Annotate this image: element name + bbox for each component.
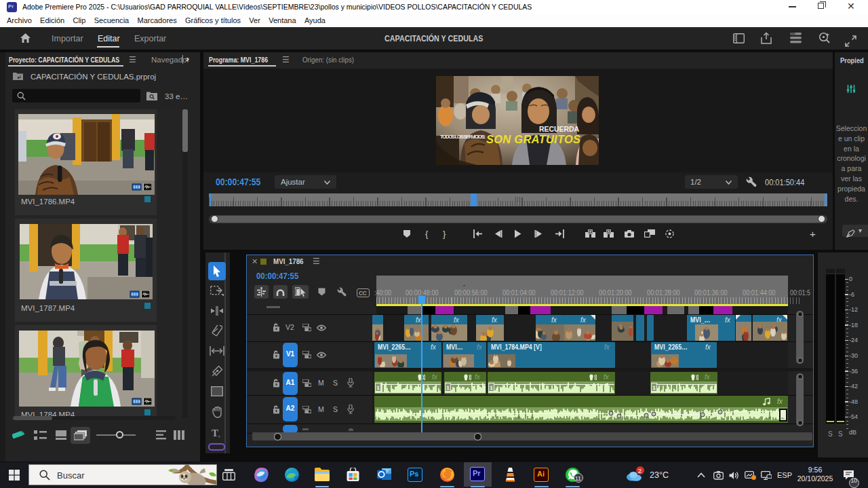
- svg-text:RECUERDA: RECUERDA: [539, 125, 579, 133]
- svg-text:TODOS LOS SERVICIOS:: TODOS LOS SERVICIOS:: [440, 134, 486, 140]
- svg-text:SON GRATUITOS: SON GRATUITOS: [486, 133, 580, 145]
